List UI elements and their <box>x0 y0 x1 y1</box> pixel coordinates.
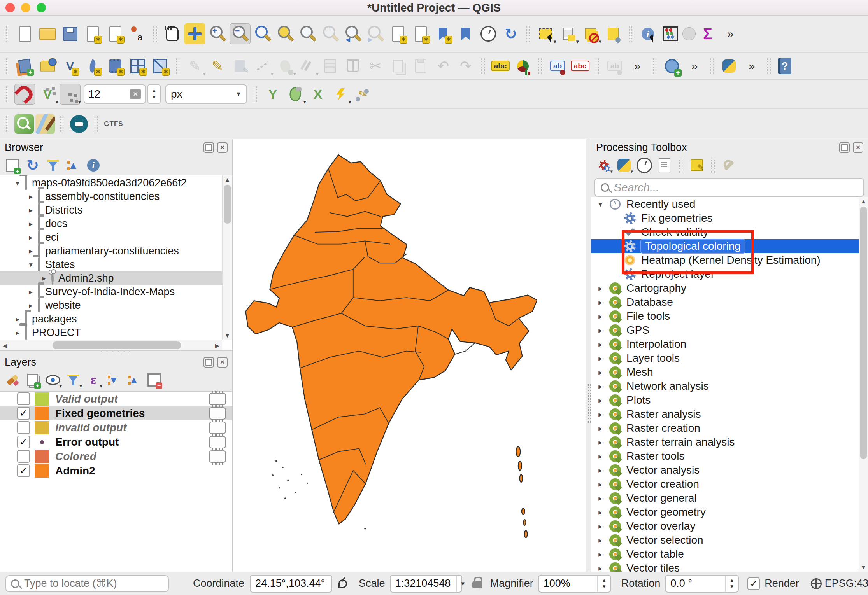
zoom-out-button[interactable]: − <box>230 23 251 44</box>
show-sum-button[interactable]: Σ <box>697 23 718 44</box>
toolbox-item-plots[interactable]: ▸Plots <box>591 393 859 407</box>
toolbox-scripts-button[interactable]: ▾ <box>615 156 633 174</box>
browser-add-selected-layers-button[interactable] <box>4 156 21 174</box>
refresh-button[interactable]: ↻ <box>500 23 521 44</box>
toolbox-item-vector-overlay[interactable]: ▸Vector overlay <box>591 519 859 533</box>
python-console-button[interactable] <box>719 56 740 77</box>
new-virtual-layer-button[interactable] <box>127 56 148 77</box>
toolbox-float-button[interactable] <box>839 142 850 153</box>
toolbox-item-vector-geometry[interactable]: ▸Vector geometry <box>591 505 859 519</box>
snapping-mode-button[interactable]: ▾ <box>60 84 81 105</box>
panel-splitter[interactable]: · · · · · · <box>0 348 232 354</box>
rotation-steppers[interactable]: ▲▼ <box>725 576 738 592</box>
toolbox-item-interpolation[interactable]: ▸Interpolation <box>591 337 859 351</box>
browser-item-districts[interactable]: ▸Districts <box>0 203 222 217</box>
memory-layer-indicator-icon[interactable] <box>209 436 226 448</box>
magnifier-steppers[interactable]: ▲▼ <box>597 576 610 592</box>
toolbox-item-raster-analysis[interactable]: ▸Raster analysis <box>591 407 859 421</box>
toolbar-handle[interactable] <box>6 116 9 132</box>
map-canvas[interactable] <box>233 139 586 572</box>
scroll-down-arrow[interactable]: ▼ <box>859 563 868 572</box>
label-toolbar-overflow-button[interactable]: » <box>627 56 648 77</box>
browser-filter-button[interactable] <box>44 156 62 174</box>
new-project-button[interactable] <box>14 23 35 44</box>
snapping-tolerance-spinbox[interactable]: 12 ✕ <box>84 84 146 104</box>
expand-all-button[interactable]: ▼ <box>105 371 123 389</box>
identify-features-button[interactable] <box>637 23 658 44</box>
layer-visibility-checkbox[interactable]: ✓ <box>17 436 30 448</box>
pan-map-button[interactable] <box>162 23 183 44</box>
toolbox-item-file-tools[interactable]: ▸File tools <box>591 309 859 323</box>
deselect-features-button[interactable]: ▾ <box>580 23 601 44</box>
browser-item-assembly-constituencies[interactable]: ▸assembly-constituencies <box>0 190 222 203</box>
clear-tolerance-button[interactable]: ✕ <box>130 89 141 99</box>
toolbox-item-layer-tools[interactable]: ▸Layer tools <box>591 351 859 365</box>
toolbox-item-fix-geometries[interactable]: Fix geometries <box>591 211 859 225</box>
toolbox-close-button[interactable]: × <box>853 142 863 153</box>
toolbox-item-raster-terrain-analysis[interactable]: ▸Raster terrain analysis <box>591 435 859 449</box>
browser-item-docs[interactable]: ▸docs <box>0 217 222 231</box>
toolbox-models-button[interactable]: ▾ <box>595 156 613 174</box>
statistical-summary-button[interactable] <box>660 23 681 44</box>
locate-input[interactable] <box>23 577 163 590</box>
enable-snapping-button[interactable] <box>14 84 35 105</box>
crs-value[interactable]: EPSG:4326 <box>825 578 868 590</box>
new-3d-map-view-button[interactable] <box>410 23 431 44</box>
layer-item-admin2[interactable]: ✓Admin2 <box>0 464 232 478</box>
layer-labeling-button[interactable]: abc <box>490 56 511 77</box>
scrollbar-thumb[interactable] <box>224 185 231 224</box>
select-features-button[interactable]: ▾ <box>535 23 556 44</box>
render-checkbox[interactable]: ✓ <box>747 578 760 590</box>
browser-item-states[interactable]: ▾States <box>0 258 222 271</box>
osm-place-search-button[interactable] <box>14 114 34 134</box>
scroll-down-arrow[interactable]: ▼ <box>223 331 232 340</box>
toolbox-results-viewer-button[interactable] <box>656 156 673 174</box>
remove-layer-button[interactable] <box>145 371 163 389</box>
zoom-in-button[interactable]: + <box>207 23 228 44</box>
zoom-to-layer-button[interactable] <box>297 23 318 44</box>
layer-item-invalid-output[interactable]: Invalid output <box>0 420 232 435</box>
pan-to-selection-button[interactable] <box>184 23 205 44</box>
temporal-controller-button[interactable] <box>478 23 499 44</box>
manage-map-themes-button[interactable]: ▾ <box>44 371 62 389</box>
highlight-pinned-labels-button[interactable]: abc <box>570 56 591 77</box>
lock-scale-icon[interactable] <box>472 581 482 588</box>
open-project-button[interactable] <box>37 23 58 44</box>
toolbox-history-button[interactable] <box>635 156 653 174</box>
toolbox-item-vector-general[interactable]: ▸Vector general <box>591 491 859 505</box>
toolbox-item-cartography[interactable]: ▸Cartography <box>591 281 859 295</box>
open-data-source-manager-button[interactable] <box>14 56 35 77</box>
layer-item-fixed-geometries[interactable]: ✓Fixed geometries <box>0 406 232 420</box>
select-by-location-button[interactable] <box>603 23 624 44</box>
layer-visibility-checkbox[interactable]: ✓ <box>17 464 30 477</box>
extents-icon[interactable] <box>337 578 349 590</box>
browser-item-survey-of-india-index-maps[interactable]: ▸Survey-of-India-Index-Maps <box>0 285 222 299</box>
gtfs-plugin-button[interactable]: GTFS <box>103 114 124 135</box>
toolbox-item-recently-used[interactable]: ▾Recently used <box>591 197 859 211</box>
snapping-unit-combo[interactable]: px ▼ <box>165 84 247 104</box>
toolbar-handle[interactable] <box>6 86 9 102</box>
browser-item-project[interactable]: ▸PROJECT <box>0 326 222 340</box>
new-gpx-layer-button[interactable] <box>105 56 126 77</box>
snapping-type-button[interactable]: V▾ <box>37 84 58 105</box>
digitize-with-curve-button[interactable] <box>352 84 374 105</box>
zoom-full-button[interactable] <box>252 23 273 44</box>
metasearch-button[interactable] <box>661 56 682 77</box>
browser-vertical-scrollbar[interactable]: ▲ ▼ <box>222 175 232 340</box>
toolbox-item-gps[interactable]: ▸GPS <box>591 323 859 337</box>
quickosm-button[interactable] <box>35 114 55 134</box>
web-toolbar-overflow-button[interactable]: » <box>684 56 705 77</box>
toolbox-item-vector-tiles[interactable]: ▸Vector tiles <box>591 561 859 572</box>
pin-labels-button[interactable]: ab <box>547 56 568 77</box>
layer-visibility-checkbox[interactable] <box>17 392 30 405</box>
browser-close-button[interactable]: × <box>217 142 228 153</box>
new-map-view-button[interactable] <box>388 23 409 44</box>
plugins-overflow-button[interactable]: » <box>741 56 762 77</box>
new-mesh-layer-button[interactable] <box>150 56 171 77</box>
filter-legend-button[interactable]: ▾ <box>64 371 82 389</box>
browser-item-eci[interactable]: ▸eci <box>0 231 222 244</box>
new-geopackage-layer-button[interactable] <box>37 56 58 77</box>
memory-layer-indicator-icon[interactable] <box>209 450 226 463</box>
new-print-layout-button[interactable] <box>82 23 103 44</box>
browser-item-packages[interactable]: ▸packages <box>0 312 222 326</box>
